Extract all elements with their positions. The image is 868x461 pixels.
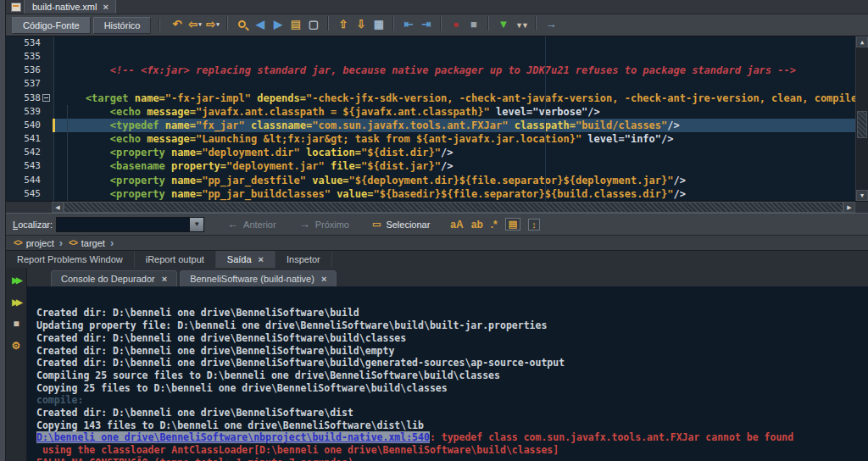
code-editor[interactable]: 534535536537538539540541542543544545 <!-…	[6, 36, 868, 201]
horizontal-scrollbar[interactable]: ◀ ▶	[6, 201, 868, 213]
icon-glyph: ▼	[498, 18, 509, 31]
fold-toggle-icon[interactable]	[42, 94, 50, 102]
dropdown-caret-icon[interactable]: ▾	[216, 21, 220, 28]
stop-macro-icon[interactable]: ■	[465, 16, 482, 33]
code-line: <property name="pp_jar_buildclasses" val…	[61, 187, 868, 201]
rerun-with-options-icon[interactable]: ▶▶	[8, 294, 25, 309]
source-view-button[interactable]: Código-Fonte	[12, 17, 91, 34]
console-lines: Created dir: D:\benneli one drive\Bennel…	[36, 307, 868, 461]
expand-fold-icon[interactable]: ▼	[494, 16, 512, 33]
regex-icon[interactable]: .*	[491, 219, 498, 230]
error-location-link[interactable]: D:\benneli one drive\BenneliSoftware\nbp…	[36, 431, 430, 443]
code-segment: "-fx-jar-impl"	[165, 92, 251, 104]
window-tab-sa-da[interactable]: Saída×	[216, 251, 275, 268]
breadcrumb-item-target[interactable]: <>target	[69, 238, 105, 248]
next-occurrence-icon[interactable]: ⇩	[352, 16, 370, 33]
back-icon[interactable]: ⇦▾	[186, 16, 203, 33]
console-line: Copying 143 files to D:\benneli one driv…	[36, 419, 868, 432]
horizontal-scrollbar-thumb[interactable]	[64, 202, 843, 213]
close-tab-icon[interactable]: ×	[259, 256, 264, 264]
console-tab-label: BenneliSoftware (build-native)	[190, 274, 314, 284]
code-pane[interactable]: <!-- <fx:jar> replacing standard jar, be…	[54, 36, 868, 201]
code-line: <echo message="javafx.ant.classpath = ${…	[61, 105, 868, 119]
icon-glyph: ⇧	[339, 18, 348, 31]
previous-occurrence-icon[interactable]: ⇧	[334, 16, 352, 33]
previous-match-button[interactable]: ← Anterior	[227, 218, 276, 230]
console-tab-bennelisoftware-build-native-[interactable]: BenneliSoftware (build-native)×	[180, 270, 337, 286]
scroll-up-icon[interactable]: ▲	[856, 36, 868, 47]
rectangular-selection-icon[interactable]: ▢	[304, 16, 322, 33]
code-segment: property=	[171, 160, 226, 172]
code-line	[61, 50, 868, 64]
code-segment: file=	[331, 160, 361, 172]
build-console[interactable]: Created dir: D:\benneli one drive\Bennel…	[27, 286, 868, 461]
run-to-cursor-icon[interactable]: →	[542, 16, 559, 33]
record-macro-icon[interactable]: ●	[447, 16, 465, 33]
line-number: 543	[6, 159, 53, 173]
match-case-icon[interactable]: aA	[450, 219, 463, 230]
editor-tab-build-native[interactable]: build-native.xml ×	[24, 0, 116, 14]
breadcrumb: <>project›<>target›	[6, 235, 868, 250]
console-tab-label: Console do Depurador	[61, 274, 155, 284]
close-tab-icon[interactable]: ×	[162, 275, 167, 283]
search-input-combo[interactable]: ▼	[56, 217, 204, 232]
code-segment: "${dist.jar}"	[361, 160, 441, 172]
icon-glyph: ◀	[256, 18, 264, 31]
scroll-right-icon[interactable]: ▶	[843, 202, 855, 213]
shift-line-left-icon[interactable]: ⇤	[399, 16, 417, 33]
code-segment	[300, 147, 306, 158]
next-bookmark-icon[interactable]: ▶	[269, 16, 287, 33]
console-line: Created dir: D:\benneli one drive\Bennel…	[36, 407, 868, 419]
close-tab-icon[interactable]: ×	[321, 275, 326, 283]
ant-settings-icon[interactable]: ⚙	[8, 338, 25, 353]
vertical-scrollbar[interactable]: ▲ ▼	[855, 36, 868, 201]
toolbar-separator	[487, 16, 489, 31]
scroll-left-icon[interactable]: ◀	[52, 202, 64, 213]
toolbar-separator	[440, 16, 442, 31]
console-line: Created dir: D:\benneli one drive\Bennel…	[36, 345, 868, 358]
close-tab-icon[interactable]: ×	[103, 3, 108, 11]
console-line: Created dir: D:\benneli one drive\Bennel…	[36, 357, 868, 369]
previous-bookmark-icon[interactable]: ◀	[251, 16, 269, 33]
scroll-down-icon[interactable]: ▼	[856, 190, 868, 201]
copy-selection-icon[interactable]: ▦	[370, 16, 387, 33]
xml-file-icon	[11, 3, 21, 12]
find-selection-icon[interactable]	[233, 16, 251, 33]
next-match-button[interactable]: → Próximo	[299, 218, 349, 230]
output-right-column: Console do Depurador×BenneliSoftware (bu…	[27, 268, 868, 461]
history-view-button[interactable]: Histórico	[93, 17, 152, 34]
window-tab-report-problems-window[interactable]: Report Problems Window	[6, 251, 135, 268]
code-segment: name=	[135, 92, 165, 104]
window-edge-strip	[0, 0, 6, 461]
vertical-scrollbar-thumb[interactable]	[857, 111, 867, 138]
breadcrumb-item-project[interactable]: <>project	[14, 238, 54, 248]
whole-words-icon[interactable]: ab	[471, 219, 483, 230]
collapse-fold-icon[interactable]: ▼▼	[512, 17, 530, 34]
rerun-build-icon[interactable]: ▶▶	[8, 272, 25, 287]
toolbar-separator	[392, 16, 394, 31]
current-line-marker	[53, 119, 55, 132]
fold-guide-line	[67, 105, 68, 201]
code-segment: <echo	[61, 133, 147, 145]
shift-line-right-icon[interactable]: ⇥	[417, 16, 435, 33]
combo-dropdown-icon[interactable]: ▼	[189, 218, 203, 231]
window-tab-inspetor[interactable]: Inspetor	[275, 251, 332, 268]
code-segment: location=	[306, 147, 361, 158]
window-tab-ireport-output[interactable]: iReport output	[135, 251, 216, 268]
scrollbar-spacer	[6, 202, 52, 213]
select-match-button[interactable]: ▭ Selecionar	[372, 219, 430, 230]
console-tab-console-do-depurador[interactable]: Console do Depurador×	[51, 270, 177, 286]
search-input[interactable]	[57, 218, 189, 231]
toggle-bookmark-icon[interactable]: ▤	[287, 16, 304, 33]
highlight-results-icon[interactable]: ▤	[505, 218, 520, 230]
icon-glyph: ⇥	[422, 18, 431, 31]
jump-last-edit-icon[interactable]: ↶	[168, 16, 186, 33]
wrap-search-icon[interactable]: ↕	[528, 219, 540, 230]
line-number: 542	[6, 146, 53, 159]
line-number: 537	[6, 77, 53, 91]
stop-build-icon[interactable]: ■	[8, 316, 25, 331]
dropdown-caret-icon[interactable]: ▾	[198, 21, 202, 28]
forward-icon[interactable]: ⇨▾	[203, 16, 221, 33]
code-segment: <target	[61, 92, 135, 104]
code-segment: level="info"/>	[581, 133, 673, 145]
